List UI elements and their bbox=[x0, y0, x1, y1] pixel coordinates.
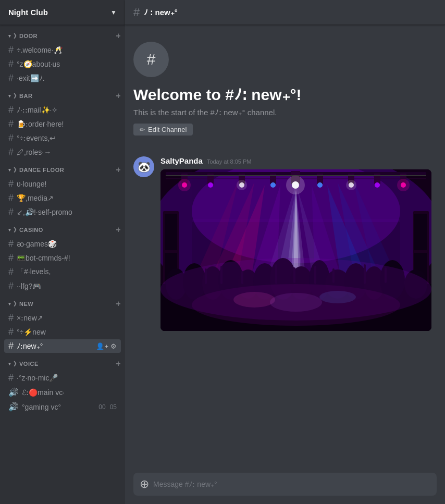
category-name: 》BAR bbox=[14, 92, 33, 100]
add-channel-icon[interactable]: + bbox=[116, 299, 121, 309]
channel-name-label: °÷⚡new bbox=[17, 328, 117, 336]
channel-item-events[interactable]: # °÷꞉events,↩ bbox=[4, 131, 121, 145]
main-content: # ﾉ ꞉ new₊° # Welcome to #ﾉ꞉ new₊°! This… bbox=[125, 0, 445, 504]
channel-item-new3[interactable]: # ﾉ꞉new₊° 👤+ ⚙ bbox=[4, 339, 121, 353]
voice-channel-name: ℰ꞉🔴main vc· bbox=[22, 388, 117, 397]
category-dancefloor: ▾ 》DANCE FLOOR + # υ·lounge! # 🏆,media↗ … bbox=[0, 163, 125, 219]
svg-point-81 bbox=[397, 179, 410, 191]
svg-point-75 bbox=[319, 291, 356, 303]
channel-name-label: υ·lounge! bbox=[17, 180, 117, 188]
channel-hash-icon: # bbox=[8, 253, 14, 263]
category-name: 》DOOR bbox=[14, 32, 38, 40]
message-timestamp: Today at 8:05 PM bbox=[207, 158, 252, 165]
channel-name-label: ᴔ·games🎲 bbox=[17, 240, 117, 248]
category-arrow-icon: ▾ bbox=[8, 227, 11, 232]
category-header-dancefloor[interactable]: ▾ 》DANCE FLOOR + bbox=[0, 163, 125, 177]
channel-item-lfg[interactable]: # ··lfg?🎮 bbox=[4, 279, 121, 293]
channel-item-botcmds[interactable]: # 📟bot-cmmds-#! bbox=[4, 251, 121, 265]
add-channel-icon[interactable]: + bbox=[116, 359, 121, 368]
channel-item-about[interactable]: # °z🧭about·us bbox=[4, 57, 121, 71]
welcome-subtitle: This is the start of the #ﾉ꞉ new₊° chann… bbox=[133, 108, 437, 117]
channel-hash-icon: # bbox=[8, 327, 14, 337]
channel-hash-icon: # bbox=[8, 313, 14, 323]
svg-point-76 bbox=[270, 293, 322, 312]
server-header[interactable]: Night Club ▼ bbox=[0, 0, 125, 25]
channel-name-label: ··lfg?🎮 bbox=[17, 282, 117, 290]
message-content: SaltyPanda Today at 8:05 PM bbox=[160, 156, 437, 333]
channel-name-label: ﾉ꞉new₊° bbox=[17, 342, 94, 350]
channel-hash-icon: # bbox=[8, 179, 14, 189]
channel-name-label: ·°z·no-mic🎤 bbox=[17, 374, 117, 382]
channel-item-new2[interactable]: # °÷⚡new bbox=[4, 325, 121, 339]
channel-item-mail[interactable]: # ﾉ·꞉꞉mail✨·✧ bbox=[4, 103, 121, 117]
channel-item-nomic[interactable]: # ·°z·no-mic🎤 bbox=[4, 371, 121, 385]
category-name: 》DANCE FLOOR bbox=[14, 166, 65, 174]
message-input-box[interactable]: ⊕ Message #ﾉ꞉ new₊° bbox=[133, 473, 437, 496]
add-channel-icon[interactable]: + bbox=[116, 225, 121, 235]
plus-icon[interactable]: ⊕ bbox=[140, 477, 149, 491]
channel-name-label: ↙,🔊!·self-promo bbox=[17, 208, 117, 216]
svg-point-29 bbox=[270, 182, 276, 188]
category-header-casino[interactable]: ▾ 》CASINO + bbox=[0, 223, 125, 237]
category-header-voice[interactable]: ▾ 》VOICE + bbox=[0, 357, 125, 371]
app-container: Night Club ▼ ▾ 》DOOR + # ÷.welcome·🥂 # °… bbox=[0, 0, 445, 504]
channel-item-exit[interactable]: # ·exit➡️ﾉ. bbox=[4, 71, 121, 85]
channel-item-roles[interactable]: # 🖊,roles·→ bbox=[4, 145, 121, 159]
add-channel-icon[interactable]: + bbox=[116, 165, 121, 175]
channel-item-games[interactable]: # ᴔ·games🎲 bbox=[4, 237, 121, 251]
channel-item-levels[interactable]: # 「#·levels, bbox=[4, 265, 121, 279]
channel-hash-icon: # bbox=[8, 207, 14, 217]
message-username: SaltyPanda bbox=[160, 156, 203, 165]
category-label: ▾ 》BAR bbox=[8, 92, 32, 100]
message-header: SaltyPanda Today at 8:05 PM bbox=[160, 156, 437, 165]
welcome-title: Welcome to #ﾉ꞉ new₊°! bbox=[133, 85, 437, 104]
category-header-new[interactable]: ▾ 》NEW + bbox=[0, 297, 125, 311]
channel-item-lounge[interactable]: # υ·lounge! bbox=[4, 177, 121, 191]
message-input-placeholder[interactable]: Message #ﾉ꞉ new₊° bbox=[153, 480, 430, 488]
timer-minutes: 00 bbox=[98, 403, 105, 411]
category-label: ▾ 》NEW bbox=[8, 300, 33, 308]
channel-item-new1[interactable]: # ×꞉new↗ bbox=[4, 311, 121, 325]
svg-point-33 bbox=[317, 182, 323, 188]
message-input-area: ⊕ Message #ﾉ꞉ new₊° bbox=[125, 473, 445, 504]
pencil-icon: ✏ bbox=[140, 126, 145, 133]
svg-point-74 bbox=[233, 292, 275, 308]
nightclub-image bbox=[160, 169, 431, 331]
svg-point-25 bbox=[208, 182, 213, 188]
channel-item-order[interactable]: # 🍺꞉order·here! bbox=[4, 117, 121, 131]
speaker-icon: 🔊 bbox=[8, 387, 19, 397]
topbar-hash-icon: # bbox=[133, 6, 140, 19]
channel-item-welcome[interactable]: # ÷.welcome·🥂 bbox=[4, 43, 121, 57]
channel-item-selfpromo[interactable]: # ↙,🔊!·self-promo bbox=[4, 205, 121, 219]
channel-hash-icon: # bbox=[8, 119, 14, 129]
server-name: Night Club bbox=[8, 8, 48, 17]
voice-channel-gamingvc[interactable]: 🔊 °gaming vc° 00 05 bbox=[4, 400, 121, 414]
category-arrow-icon: ▾ bbox=[8, 93, 11, 99]
channel-name-label: °z🧭about·us bbox=[17, 60, 117, 68]
settings-icon[interactable]: ⚙ bbox=[110, 342, 117, 350]
edit-channel-label: Edit Channel bbox=[148, 126, 187, 133]
welcome-icon: # bbox=[133, 42, 169, 77]
voice-channel-mainvc[interactable]: 🔊 ℰ꞉🔴main vc· bbox=[4, 385, 121, 399]
category-arrow-icon: ▾ bbox=[8, 301, 11, 306]
add-channel-icon[interactable]: + bbox=[116, 31, 121, 41]
channel-name-label: 「#·levels, bbox=[17, 267, 117, 277]
channel-name-label: ·exit➡️ﾉ. bbox=[17, 74, 117, 82]
channel-item-media[interactable]: # 🏆,media↗ bbox=[4, 191, 121, 205]
svg-point-77 bbox=[178, 179, 191, 191]
add-member-icon[interactable]: 👤+ bbox=[96, 342, 108, 350]
channel-name-label: 📟bot-cmmds-#! bbox=[17, 254, 117, 262]
message-image bbox=[160, 169, 431, 333]
channel-hash-icon: # bbox=[8, 73, 14, 83]
category-arrow-icon: ▾ bbox=[8, 33, 11, 39]
channel-hash-icon: # bbox=[8, 373, 14, 383]
svg-point-37 bbox=[375, 182, 380, 188]
channel-hash-icon: # bbox=[8, 59, 14, 69]
add-channel-icon[interactable]: + bbox=[116, 91, 121, 101]
category-header-bar[interactable]: ▾ 》BAR + bbox=[0, 89, 125, 103]
voice-timer: 00 05 bbox=[98, 403, 117, 411]
category-header-door[interactable]: ▾ 》DOOR + bbox=[0, 29, 125, 43]
channel-hash-icon: # bbox=[8, 133, 14, 143]
edit-channel-button[interactable]: ✏ Edit Channel bbox=[133, 124, 193, 136]
channel-hash-icon: # bbox=[8, 193, 14, 203]
